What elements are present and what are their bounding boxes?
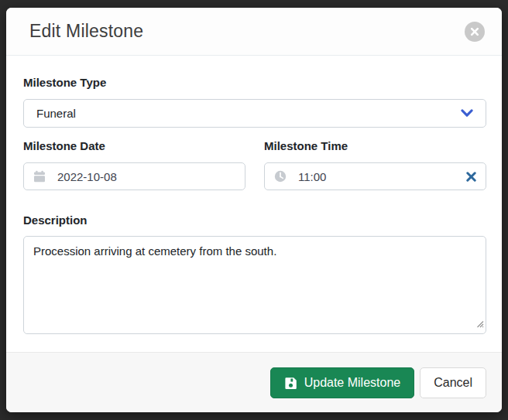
update-milestone-button[interactable]: Update Milestone [270,367,415,398]
save-icon [284,377,297,390]
clear-x-icon [466,172,476,182]
milestone-time-label: Milestone Time [264,139,486,153]
milestone-date-input-wrap [23,162,245,190]
modal-title: Edit Milestone [29,21,143,42]
close-icon [470,27,479,36]
milestone-type-group: Milestone Type Funeral [23,76,486,128]
milestone-type-value: Funeral [36,107,461,120]
milestone-type-select[interactable]: Funeral [23,99,486,128]
modal-footer: Update Milestone Cancel [6,352,502,412]
cancel-button[interactable]: Cancel [420,367,486,398]
description-textarea-wrap: Procession arriving at cemetery from the… [23,236,486,334]
clear-time-button[interactable] [462,172,476,182]
modal-body: Milestone Type Funeral Milestone Date [6,56,502,352]
clock-icon [274,170,287,183]
date-time-row: Milestone Date [23,139,486,190]
description-label: Description [23,213,486,227]
resize-handle[interactable] [475,317,484,331]
modal-header: Edit Milestone [6,8,502,56]
calendar-icon [33,170,46,183]
milestone-time-input-wrap [264,162,486,190]
milestone-time-group: Milestone Time [264,139,486,190]
milestone-date-group: Milestone Date [23,139,245,190]
description-group: Description Procession arriving at cemet… [23,213,486,334]
edit-milestone-modal: Edit Milestone Milestone Type Funeral [6,8,502,412]
milestone-type-label: Milestone Type [23,76,486,90]
chevron-down-icon [461,109,473,118]
milestone-date-input[interactable] [57,170,235,183]
milestone-date-label: Milestone Date [23,139,245,153]
milestone-time-input[interactable] [298,170,462,183]
description-textarea[interactable]: Procession arriving at cemetery from the… [23,236,486,334]
update-milestone-label: Update Milestone [304,376,401,390]
close-button[interactable] [465,22,485,42]
modal-backdrop: Edit Milestone Milestone Type Funeral [0,0,508,420]
